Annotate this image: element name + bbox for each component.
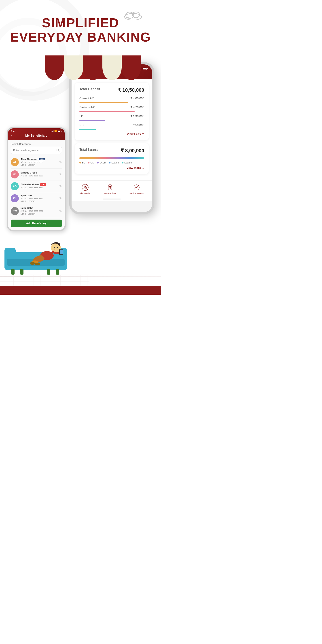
legend-od: OD <box>88 161 94 164</box>
deposit-card-header: Total Deposit ₹ 10,50,000 <box>80 87 144 93</box>
deposit-amount: ₹ 10,50,000 <box>118 87 144 93</box>
svg-point-29 <box>57 247 58 248</box>
legend-dot-loan4 <box>109 162 110 164</box>
nav-fd-rd-label: Book FD/RD <box>104 192 116 194</box>
legend-loan5: Loan 5 <box>122 161 132 164</box>
savings-ac-label: Savings A/C <box>80 106 95 109</box>
svg-text:₹: ₹ <box>109 187 111 190</box>
beneficiary-name-alvin: Alvin Goodman <box>20 183 39 186</box>
edit-icon-alan[interactable]: ✎ <box>59 160 62 164</box>
beneficiary-info-kyle: Kyle Love A/C No : 6543 3355 3563MMID : … <box>20 194 58 203</box>
current-ac-value: ₹ 4,00,000 <box>130 96 144 100</box>
savings-ac-value: ₹ 4,70,000 <box>130 106 144 109</box>
search-input[interactable] <box>13 149 55 152</box>
beneficiary-name-row-kyle: Kyle Love <box>20 194 58 197</box>
legend-dot-od <box>88 162 90 164</box>
small-back-button[interactable]: ‹ <box>11 134 12 137</box>
awning <box>45 56 141 81</box>
edit-icon-marcus[interactable]: ✎ <box>59 173 62 176</box>
battery-tip <box>147 68 148 69</box>
fd-rd-icon: ₹ <box>106 183 114 192</box>
beneficiary-item-seth[interactable]: SW Seth Webb A/C No : 6543 3355 3563MMID… <box>11 205 62 217</box>
view-less-label: View Less <box>127 132 141 136</box>
add-beneficiary-button[interactable]: Add Beneficiary <box>11 220 62 227</box>
edit-icon-kyle[interactable]: ✎ <box>59 196 62 200</box>
svg-line-11 <box>58 151 60 152</box>
volume-up-button <box>69 87 70 96</box>
avatar-sw: SW <box>11 207 19 215</box>
legend-dot-bl <box>80 162 81 164</box>
small-wifi-icon: 📶 <box>54 130 57 132</box>
rd-value: ₹ 50,000 <box>133 124 144 127</box>
phones-container: 9:41 📶 <box>0 51 161 226</box>
svg-rect-32 <box>0 274 90 286</box>
chevron-down-icon: ⌄ <box>142 166 144 170</box>
rd-bar <box>80 129 96 130</box>
nav-funds-transfer[interactable]: ₹ nds Transfer <box>80 183 91 194</box>
phone-large: 9:41 📶 <box>69 62 154 214</box>
total-loans-card: Total Loans ₹ 8,00,000 BL OD <box>75 143 149 174</box>
search-beneficiary-label: Search Beneficiary <box>11 143 62 145</box>
svg-rect-22 <box>56 269 59 274</box>
service-icon: ₹ <box>132 183 141 192</box>
beneficiary-item-alvin[interactable]: AG Alvin Goodman ICICI A/C No : 6543 335… <box>11 180 62 192</box>
beneficiary-info-alvin: Alvin Goodman ICICI A/C No : 6543 3355 3… <box>20 183 58 189</box>
transfer-icon: ₹ <box>81 183 89 192</box>
beneficiary-item-kyle[interactable]: KL Kyle Love A/C No : 6543 3355 3563MMID… <box>11 192 62 205</box>
hero-line2: EVERYDAY BANKING <box>0 30 161 44</box>
legend-label-lacr: LACR <box>100 161 106 164</box>
beneficiary-name-alan: Alan Thornton <box>20 158 37 160</box>
beneficiary-name-marcus: Marcus Cross <box>20 171 37 174</box>
beneficiary-name-seth: Seth Webb <box>20 206 33 209</box>
legend-label-loan4: Loan 4 <box>111 161 119 164</box>
beneficiary-name-row-marcus: Marcus Cross <box>20 171 58 174</box>
edit-icon-seth[interactable]: ✎ <box>59 209 62 213</box>
loans-bar <box>80 157 144 159</box>
beneficiary-detail-marcus: A/C No : 6543 3355 3563 <box>20 174 58 177</box>
small-battery-fill <box>58 131 60 132</box>
view-more-button[interactable]: View More ⌄ <box>80 166 144 170</box>
avatar-kl: KL <box>11 194 19 202</box>
awning-stripe-1 <box>45 56 64 80</box>
legend-loan4: Loan 4 <box>109 161 119 164</box>
beneficiary-item-alan[interactable]: AT Alan Thornton HDFC A/C No : 6543 3355… <box>11 156 62 168</box>
avatar-ag: AG <box>11 182 19 190</box>
awning-stripe-2 <box>64 56 83 80</box>
beneficiary-name-row-alvin: Alvin Goodman ICICI <box>20 183 58 186</box>
view-less-button[interactable]: View Less ⌃ <box>80 132 144 136</box>
search-box[interactable] <box>11 147 62 154</box>
awning-stripe-5 <box>122 56 141 80</box>
fd-value: ₹ 1,30,000 <box>130 114 144 118</box>
small-battery-body <box>58 130 61 132</box>
floor-grid <box>0 274 90 286</box>
large-phone-body: Total Deposit ₹ 10,50,000 Current A/C ₹ … <box>72 80 152 180</box>
legend-label-loan5: Loan 5 <box>124 161 132 164</box>
beneficiary-info-alan: Alan Thornton HDFC A/C No : 6543 3355 35… <box>20 158 58 166</box>
current-ac-row: Current A/C ₹ 4,00,000 <box>80 96 144 100</box>
edit-icon-alvin[interactable]: ✎ <box>59 184 62 188</box>
search-icon <box>56 149 60 152</box>
beneficiary-item-marcus[interactable]: MC Marcus Cross A/C No : 6543 3355 3563 … <box>11 168 62 180</box>
nav-transfer-label: nds Transfer <box>80 192 91 194</box>
nav-service-label: Service Request <box>129 192 144 194</box>
nav-service-request[interactable]: ₹ Service Request <box>129 183 144 194</box>
legend-dot-lacr <box>97 162 98 164</box>
svg-text:₹: ₹ <box>84 186 86 189</box>
beneficiary-detail-kyle: A/C No : 6543 3355 3563MMID : 1234567 <box>20 197 58 203</box>
svg-rect-31 <box>60 250 63 254</box>
avatar-mc: MC <box>11 170 19 178</box>
small-battery-icon <box>58 130 62 132</box>
beneficiary-detail-seth: A/C No : 6543 3355 3563MMID : 1234567 <box>20 210 58 215</box>
small-time: 9:41 <box>11 130 16 132</box>
beneficiary-info-marcus: Marcus Cross A/C No : 6543 3355 3563 <box>20 171 58 177</box>
legend-bl: BL <box>80 161 85 164</box>
small-status-icons: 📶 <box>50 130 62 132</box>
svg-rect-20 <box>20 269 24 274</box>
battery-icon <box>143 68 148 70</box>
svg-rect-21 <box>47 269 50 274</box>
legend-label-bl: BL <box>82 161 85 164</box>
svg-rect-19 <box>11 269 14 274</box>
deposit-label: Total Deposit <box>80 87 100 91</box>
loans-label: Total Loans <box>80 148 98 152</box>
nav-book-fd-rd[interactable]: ₹ Book FD/RD <box>104 183 116 194</box>
